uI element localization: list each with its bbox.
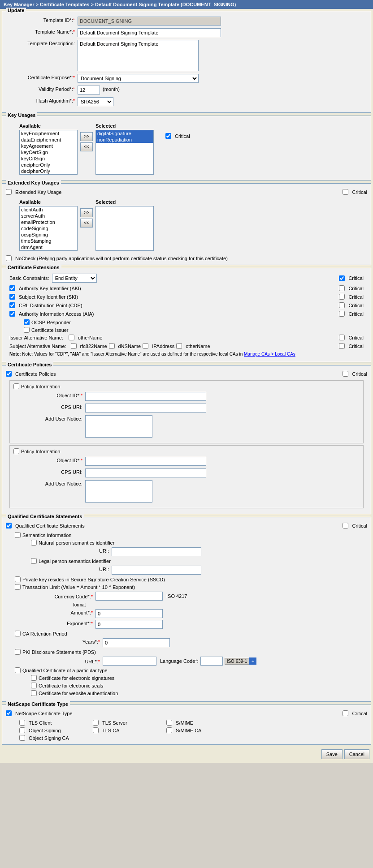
language-code-input[interactable] [200,657,223,666]
issuer-alt-othername-checkbox[interactable] [69,335,74,340]
tls-client-checkbox[interactable] [19,720,25,726]
object-signing-checkbox[interactable] [19,727,25,733]
electronic-seals-checkbox[interactable] [31,683,37,688]
eku-move-left-btn[interactable]: << [80,219,93,228]
nct-checkbox-row[interactable]: NetScape Certificate Type [6,710,73,716]
years-input[interactable] [103,638,170,647]
private-key-checkbox[interactable] [15,576,21,582]
object-signing-row[interactable]: Object Signing [19,727,91,733]
list-item[interactable]: ocspSigning [20,232,77,238]
qcs-checkbox[interactable] [6,523,12,529]
tls-ca-checkbox[interactable] [93,727,99,733]
move-right-btn[interactable]: >> [80,132,93,141]
list-item[interactable]: keyEncipherment [20,130,77,137]
nct-critical-checkbox[interactable] [343,710,348,716]
qcs-checkbox-row[interactable]: Qualified Certificate Statements [6,523,85,529]
smime-row[interactable]: S/MIME [166,720,238,726]
basic-constraints-critical-checkbox[interactable] [339,275,345,281]
issuer-alt-othername-row[interactable]: otherName [69,335,102,340]
validity-period-input[interactable] [78,86,100,95]
ocsp-checkbox[interactable] [24,319,30,325]
dnsname-checkbox[interactable] [109,343,115,349]
object-id-2-input[interactable] [85,457,206,466]
selected-list[interactable]: digitalSignature nonRepudiation [95,130,154,175]
policy-info-2-checkbox[interactable] [13,448,19,454]
natural-person-checkbox[interactable] [31,540,37,546]
dnsname-row[interactable]: dNSName [109,343,141,349]
basic-constraints-select[interactable]: End Entity CA [52,274,97,283]
ski-row[interactable]: Subject Key Identifier (SKI) [9,294,78,300]
eku-critical-checkbox[interactable] [343,189,348,195]
rfc822-checkbox[interactable] [71,343,77,349]
cancel-button[interactable]: Cancel [344,749,369,759]
ski-critical-checkbox[interactable] [339,294,345,300]
cdp-row[interactable]: CRL Distribution Point (CDP) [9,302,82,308]
qcs-critical-row[interactable]: Critical [343,523,367,529]
nocheck-checkbox[interactable] [6,255,12,261]
cert-policies-critical-row[interactable]: Critical [343,371,367,377]
list-item[interactable]: nonRepudiation [96,137,153,143]
object-signing-ca-checkbox[interactable] [19,735,25,741]
eku-checkbox-row[interactable]: Extended Key Usage [6,189,61,195]
aki-critical-row[interactable]: Critical [339,285,364,291]
subject-alt-critical-row[interactable]: Critical [339,343,364,349]
qualified-cert-type-checkbox[interactable] [15,667,21,673]
issuer-alt-critical-row[interactable]: Critical [339,335,364,340]
ski-critical-row[interactable]: Critical [339,294,364,300]
cert-policies-critical-checkbox[interactable] [343,371,348,377]
semantics-checkbox[interactable] [15,532,21,538]
tls-ca-row[interactable]: TLS CA [93,727,165,733]
cps-uri-2-input[interactable] [85,468,206,477]
object-signing-ca-row[interactable]: Object Signing CA [19,735,91,741]
list-item[interactable]: decipherOnly [20,168,77,174]
list-item[interactable]: clientAuth [20,206,77,213]
template-id-input[interactable] [78,17,221,26]
aia-row[interactable]: Authority Information Access (AIA) [9,311,94,317]
eku-checkbox[interactable] [6,189,12,195]
add-user-notice-1-textarea[interactable] [85,415,152,438]
list-item[interactable]: serverAuth [20,213,77,219]
cdp-critical-row[interactable]: Critical [339,302,364,308]
cert-purpose-select[interactable]: Document Signing [78,74,199,83]
list-item[interactable]: codeSigning [20,225,77,232]
issuer-alt-critical-checkbox[interactable] [339,335,345,340]
list-item[interactable]: encipherOnly [20,162,77,168]
eku-critical-row[interactable]: Critical [343,189,367,195]
currency-code-input[interactable] [95,592,163,601]
available-list[interactable]: keyEncipherment dataEncipherment keyAgre… [19,130,78,175]
add-user-notice-2-textarea[interactable] [85,480,152,503]
eku-selected-list[interactable] [95,206,154,251]
tls-client-row[interactable]: TLS Client [19,720,91,726]
aki-critical-checkbox[interactable] [339,285,345,291]
critical-checkbox-row[interactable]: Critical [165,133,190,139]
aia-checkbox[interactable] [9,311,15,317]
eku-available-list[interactable]: clientAuth serverAuth emailProtection co… [19,206,78,251]
pki-disclosure-checkbox[interactable] [15,649,21,655]
ski-checkbox[interactable] [9,294,15,300]
nocheck-row[interactable]: NoCheck (Relying party applications will… [6,255,367,261]
list-item[interactable]: emailProtection [20,219,77,225]
ca-retention-checkbox[interactable] [15,631,21,636]
aki-row[interactable]: Authority Key Identifier (AKI) [9,285,81,291]
aia-critical-checkbox[interactable] [339,311,345,317]
cdp-checkbox[interactable] [9,302,15,308]
legal-person-checkbox[interactable] [31,558,37,564]
list-item[interactable]: keyCertSign [20,149,77,155]
legal-person-uri-input[interactable] [112,566,201,575]
list-item[interactable]: digitalSignature [96,130,153,137]
website-auth-checkbox[interactable] [31,690,37,696]
list-item[interactable]: dataEncipherment [20,137,77,143]
ipaddress-checkbox[interactable] [143,343,148,349]
subject-othername-row[interactable]: otherName [176,343,210,349]
object-id-1-input[interactable] [85,392,206,401]
cdp-critical-checkbox[interactable] [339,302,345,308]
nct-checkbox[interactable] [6,710,12,716]
eku-move-right-btn[interactable]: >> [80,208,93,217]
qcs-critical-checkbox[interactable] [343,523,348,529]
add-pki-btn[interactable]: + [249,657,256,665]
cert-issuer-checkbox[interactable] [24,327,30,333]
nct-critical-row[interactable]: Critical [343,710,367,716]
template-name-input[interactable] [78,28,221,37]
amount-input[interactable] [95,609,163,618]
ipaddress-row[interactable]: IPAddress [143,343,174,349]
